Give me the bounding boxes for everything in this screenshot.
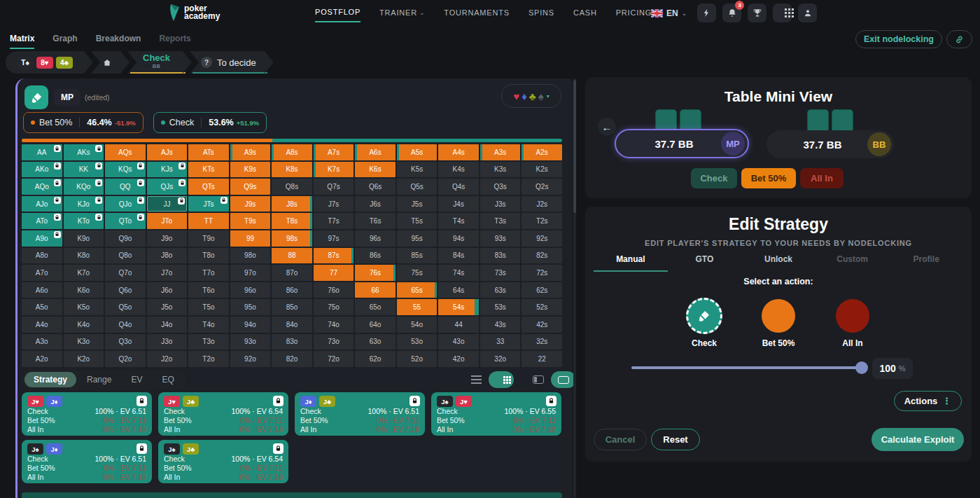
tab-graph[interactable]: Graph <box>52 34 77 49</box>
matrix-cell-QJs[interactable]: QJs <box>147 179 188 195</box>
matrix-cell-A2s[interactable]: A2s <box>522 144 562 160</box>
list-view-icon[interactable] <box>471 379 482 380</box>
matrix-cell-T8o[interactable]: T8o <box>188 248 229 264</box>
matrix-cell-T7o[interactable]: T7o <box>188 265 229 281</box>
matrix-cell-A7o[interactable]: A7o <box>22 265 62 281</box>
matrix-cell-97s[interactable]: 97s <box>314 230 354 247</box>
matrix-cell-T3o[interactable]: T3o <box>188 334 229 350</box>
matrix-cell-T3s[interactable]: T3s <box>480 213 521 229</box>
matrix-cell-KK[interactable]: KK <box>64 162 104 178</box>
matrix-cell-K8s[interactable]: K8s <box>272 162 312 178</box>
view-tab-ev[interactable]: EV <box>122 375 151 385</box>
matrix-cell-K4s[interactable]: K4s <box>438 162 479 178</box>
profile-button[interactable] <box>798 4 817 22</box>
matrix-cell-K5o[interactable]: K5o <box>64 299 104 315</box>
matrix-cell-AA[interactable]: AA <box>22 144 62 160</box>
matrix-cell-QQ[interactable]: QQ <box>105 179 146 195</box>
matrix-cell-43s[interactable]: 43s <box>480 317 521 333</box>
share-link-button[interactable] <box>946 30 972 48</box>
matrix-cell-93o[interactable]: 93o <box>230 334 271 350</box>
matrix-cell-K2o[interactable]: K2o <box>64 351 104 367</box>
view-tab-eq[interactable]: EQ <box>153 375 183 385</box>
matrix-cell-95o[interactable]: 95o <box>230 299 271 315</box>
matrix-cell-76s[interactable]: 76s <box>355 265 396 281</box>
matrix-cell-KQo[interactable]: KQo <box>64 179 104 195</box>
nav-trainer[interactable]: TRAINER⌄ <box>379 8 425 22</box>
matrix-cell-K3s[interactable]: K3s <box>480 162 521 178</box>
matrix-cell-K5s[interactable]: K5s <box>397 162 438 178</box>
matrix-cell-Q7s[interactable]: Q7s <box>314 179 354 195</box>
matrix-cell-53s[interactable]: 53s <box>480 299 521 315</box>
tab-profile[interactable]: Profile <box>889 254 963 272</box>
leaderboard-button[interactable] <box>748 4 766 22</box>
suit-filter[interactable]: ♥ ♦ ♣ ♠ ▾ <box>501 84 561 108</box>
scrollbar-thumb[interactable] <box>573 80 576 213</box>
matrix-cell-K7o[interactable]: K7o <box>64 265 104 281</box>
cancel-button[interactable]: Cancel <box>594 429 647 450</box>
actions-menu-button[interactable]: Actions⋮ <box>894 391 962 411</box>
matrix-cell-A7s[interactable]: A7s <box>314 144 354 160</box>
matrix-cell-J9s[interactable]: J9s <box>230 196 271 212</box>
matrix-cell-ATs[interactable]: ATs <box>188 144 229 160</box>
matrix-cell-86s[interactable]: 86s <box>355 248 396 264</box>
matrix-cell-83s[interactable]: 83s <box>480 248 521 264</box>
quick-actions-button[interactable] <box>697 4 716 22</box>
matrix-cell-74s[interactable]: 74s <box>438 265 479 281</box>
matrix-cell-74o[interactable]: 74o <box>314 317 354 333</box>
matrix-cell-54o[interactable]: 54o <box>397 317 438 333</box>
matrix-cell-J7o[interactable]: J7o <box>147 265 188 281</box>
matrix-cell-T5s[interactable]: T5s <box>397 213 438 229</box>
breadcrumb-home[interactable] <box>91 51 120 74</box>
matrix-cell-72o[interactable]: 72o <box>314 351 354 367</box>
matrix-cell-J2o[interactable]: J2o <box>147 351 188 367</box>
matrix-cell-KJs[interactable]: KJs <box>147 162 188 178</box>
matrix-cell-A2o[interactable]: A2o <box>22 351 62 367</box>
matrix-cell-QJo[interactable]: QJo <box>105 196 146 212</box>
combo-card[interactable]: J♥J♦Check100% · EV 6.51Bet 50%0% · EV 7.… <box>22 392 152 436</box>
matrix-cell-J4s[interactable]: J4s <box>438 196 479 212</box>
matrix-cell-TT[interactable]: TT <box>188 213 229 229</box>
tab-custom[interactable]: Custom <box>816 254 890 272</box>
matrix-cell-A4o[interactable]: A4o <box>22 317 62 333</box>
matrix-cell-Q6o[interactable]: Q6o <box>105 282 146 298</box>
paint-action-bet50[interactable]: Bet 50% <box>762 299 795 348</box>
matrix-cell-KTo[interactable]: KTo <box>64 213 104 229</box>
matrix-cell-KTs[interactable]: KTs <box>188 162 229 178</box>
matrix-cell-AKs[interactable]: AKs <box>64 144 104 160</box>
matrix-cell-Q3o[interactable]: Q3o <box>105 334 146 350</box>
slider-thumb[interactable] <box>855 361 868 374</box>
matrix-cell-A5s[interactable]: A5s <box>397 144 438 160</box>
matrix-cell-64s[interactable]: 64s <box>438 282 479 298</box>
matrix-cell-J6s[interactable]: J6s <box>355 196 396 212</box>
matrix-cell-Q6s[interactable]: Q6s <box>355 179 396 195</box>
notifications-button[interactable]: 3 <box>722 4 741 22</box>
matrix-cell-Q8o[interactable]: Q8o <box>105 248 146 264</box>
matrix-cell-Q5s[interactable]: Q5s <box>397 179 438 195</box>
matrix-cell-22[interactable]: 22 <box>522 351 562 367</box>
matrix-cell-T2s[interactable]: T2s <box>522 213 562 229</box>
matrix-cell-JJ[interactable]: JJ <box>147 196 188 212</box>
check-frequency-chip[interactable]: Check 53.6%+51.9% <box>153 112 267 133</box>
back-button[interactable]: ← <box>598 118 616 136</box>
language-selector[interactable]: EN ⌄ <box>651 8 687 18</box>
tab-gto[interactable]: GTO <box>668 254 742 272</box>
matrix-cell-T2o[interactable]: T2o <box>188 351 229 367</box>
matrix-cell-J6o[interactable]: J6o <box>147 282 188 298</box>
matrix-cell-82o[interactable]: 82o <box>272 351 312 367</box>
matrix-cell-75o[interactable]: 75o <box>314 299 354 315</box>
matrix-cell-92o[interactable]: 92o <box>230 351 271 367</box>
calculate-exploit-button[interactable]: Calculate Exploit <box>872 428 964 451</box>
matrix-cell-Q9o[interactable]: Q9o <box>105 230 146 247</box>
exit-nodelocking-button[interactable]: Exit nodelocking <box>855 30 942 48</box>
tab-unlock[interactable]: Unlock <box>741 254 816 272</box>
matrix-cell-72s[interactable]: 72s <box>522 265 562 281</box>
matrix-cell-A6o[interactable]: A6o <box>22 282 62 298</box>
matrix-cell-JTo[interactable]: JTo <box>147 213 188 229</box>
matrix-cell-32o[interactable]: 32o <box>480 351 521 367</box>
matrix-cell-75s[interactable]: 75s <box>397 265 438 281</box>
matrix-cell-K9o[interactable]: K9o <box>64 230 104 247</box>
matrix-cell-T6o[interactable]: T6o <box>188 282 229 298</box>
combo-card[interactable]: J♥J♣Check100% · EV 6.54Bet 50%0% · EV 7.… <box>158 392 288 436</box>
matrix-cell-K6s[interactable]: K6s <box>355 162 396 178</box>
matrix-cell-AKo[interactable]: AKo <box>22 162 62 178</box>
